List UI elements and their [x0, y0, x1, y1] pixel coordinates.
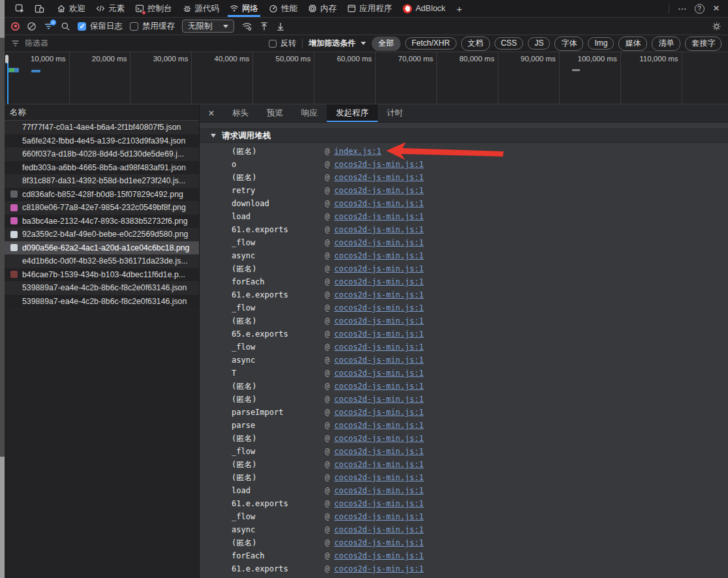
request-row[interactable]: b46cae7b-1539-434b-b103-4dbec11f6d1e.p..… [5, 268, 199, 282]
stack-source-link[interactable]: cocos2d-js-min.js:1 [334, 238, 423, 247]
stack-source-link[interactable]: cocos2d-js-min.js:1 [334, 538, 423, 547]
call-stack-section-header[interactable]: 请求调用堆栈 [200, 129, 728, 143]
at-symbol: @ [325, 525, 329, 534]
stack-source-link[interactable]: cocos2d-js-min.js:1 [334, 499, 423, 508]
pill-文档[interactable]: 文档 [461, 37, 490, 51]
stack-source-link[interactable]: cocos2d-js-min.js:1 [334, 421, 423, 430]
detail-tab-发起程序[interactable]: 发起程序 [327, 104, 378, 122]
pill-清单[interactable]: 清单 [652, 37, 680, 51]
tab-application[interactable]: 应用程序 [342, 0, 397, 17]
stack-source-link[interactable]: cocos2d-js-min.js:1 [334, 277, 423, 286]
stack-source-link[interactable]: cocos2d-js-min.js:1 [334, 408, 423, 417]
request-row[interactable]: ba3bc4ae-2132-44c7-893c-8383b52732f6.png [5, 215, 199, 228]
request-row[interactable]: 8f31c887-da31-4392-b58d-bd1ee273f240.js.… [5, 174, 199, 188]
more-tools-button[interactable]: + [451, 3, 468, 14]
tab-console[interactable]: 控制台 [130, 0, 177, 17]
stack-source-link[interactable]: cocos2d-js-min.js:1 [334, 525, 423, 534]
stack-source-link[interactable]: cocos2d-js-min.js:1 [334, 551, 423, 560]
clear-network-log-icon[interactable] [27, 22, 37, 31]
tab-elements[interactable]: 元素 [91, 0, 130, 17]
disable-cache-checkbox[interactable]: 禁用缓存 [130, 21, 175, 32]
stack-source-link[interactable]: cocos2d-js-min.js:1 [334, 512, 423, 521]
stack-source-link[interactable]: cocos2d-js-min.js:1 [334, 434, 423, 443]
stack-source-link[interactable]: cocos2d-js-min.js:1 [334, 342, 423, 352]
request-row[interactable]: 77f77f47-c0a1-4ae4-b6a4-2f1bf40807f5.jso… [5, 121, 199, 134]
stack-source-link[interactable]: cocos2d-js-min.js:1 [334, 369, 423, 378]
stack-source-link[interactable]: cocos2d-js-min.js:1 [334, 460, 423, 469]
detail-tab-标头[interactable]: 标头 [223, 104, 258, 122]
pill-JS[interactable]: JS [528, 37, 550, 50]
tab-sources[interactable]: 源代码 [177, 0, 225, 17]
request-row[interactable]: cd836afc-b852-428f-b0d8-15f07829c492.png [5, 188, 199, 202]
request-row[interactable]: fedb303a-a6bb-4665-8b5a-ad98f483af91.jso… [5, 161, 199, 175]
pill-Img[interactable]: Img [588, 37, 614, 50]
stack-source-link[interactable]: cocos2d-js-min.js:1 [334, 356, 423, 365]
stack-source-link[interactable]: cocos2d-js-min.js:1 [334, 329, 423, 339]
stack-source-link[interactable]: cocos2d-js-min.js:1 [334, 186, 423, 195]
request-row[interactable]: e4d1b6dc-0d0f-4b32-8e55-b36171da23de.js.… [5, 254, 199, 268]
device-toolbar-icon[interactable] [31, 1, 48, 16]
pill-Fetch/XHR[interactable]: Fetch/XHR [405, 37, 457, 50]
record-network-log-button[interactable] [11, 22, 20, 31]
help-icon[interactable]: ? [691, 1, 707, 16]
request-row[interactable]: 92a359c2-b4af-49e0-bebe-e0c22569d580.png [5, 228, 199, 241]
stack-source-link[interactable]: cocos2d-js-min.js:1 [334, 486, 423, 495]
stack-source-link[interactable]: cocos2d-js-min.js:1 [334, 316, 423, 326]
customize-menu-icon[interactable]: ⋯ [675, 1, 690, 16]
stack-source-link[interactable]: cocos2d-js-min.js:1 [334, 395, 423, 404]
search-icon[interactable] [61, 22, 70, 31]
stack-source-link[interactable]: cocos2d-js-min.js:1 [334, 225, 423, 234]
request-row[interactable]: 5a6fe242-fbbd-4e45-a139-c2103d9fa394.jso… [5, 134, 199, 148]
stack-source-link[interactable]: cocos2d-js-min.js:1 [334, 564, 423, 573]
pill-全部[interactable]: 全部 [372, 37, 401, 51]
close-detail-icon[interactable]: × [200, 104, 223, 122]
request-row[interactable]: 660f037a-d18b-4028-8d4d-5d130de5de69.j..… [5, 147, 199, 161]
request-row[interactable]: c8180e06-77a8-42e7-9854-232c0549bf8f.png [5, 201, 199, 215]
pill-CSS[interactable]: CSS [494, 37, 524, 50]
stack-source-link[interactable]: cocos2d-js-min.js:1 [334, 447, 423, 456]
network-settings-gear-icon[interactable] [712, 22, 721, 31]
filter-input[interactable]: 筛选器 [11, 38, 263, 49]
pill-媒体[interactable]: 媒体 [618, 37, 647, 51]
at-symbol: @ [325, 538, 329, 547]
stack-source-link[interactable]: cocos2d-js-min.js:1 [334, 303, 423, 312]
throttling-select[interactable]: 无限制 [182, 20, 234, 33]
detail-tab-响应[interactable]: 响应 [292, 104, 327, 122]
tab-performance[interactable]: 性能 [264, 0, 303, 17]
tab-welcome[interactable]: 欢迎 [52, 0, 91, 17]
stack-source-link[interactable]: cocos2d-js-min.js:1 [334, 212, 423, 221]
preserve-log-checkbox[interactable]: 保留日志 [78, 21, 123, 32]
close-devtools-icon[interactable]: × [708, 1, 724, 16]
detail-tab-预览[interactable]: 预览 [258, 104, 292, 122]
request-name: 539889a7-ea4e-4c2b-8b6c-f8c2e0f63146.jso… [22, 297, 187, 306]
pill-字体[interactable]: 字体 [554, 37, 583, 51]
stack-source-link[interactable]: cocos2d-js-min.js:1 [334, 251, 423, 260]
invert-filter-checkbox[interactable]: 反转 [269, 38, 296, 49]
request-row[interactable]: d090a56e-62a2-4ac1-a20d-a1ce04c6bc18.png [5, 241, 199, 255]
more-filters-dropdown[interactable]: 增加筛选条件 [309, 38, 366, 49]
tab-adblock[interactable]: AdBlock [397, 0, 451, 17]
import-har-icon[interactable] [260, 22, 269, 31]
filter-toggle-icon[interactable]: × [44, 22, 53, 31]
stack-source-link[interactable]: index.js:1 [334, 147, 381, 156]
request-row[interactable]: 539889a7-ea4e-4c2b-8b6c-f8c2e0f63146.jso… [5, 295, 199, 309]
pill-套接字[interactable]: 套接字 [685, 37, 721, 51]
network-overview-timeline[interactable]: 10,000 ms20,000 ms30,000 ms40,000 ms50,0… [5, 52, 728, 104]
tab-memory[interactable]: 内存 [303, 0, 342, 17]
request-row[interactable]: 539889a7-ea4e-4c2b-8b6c-f8c2e0f63146.jso… [5, 281, 199, 295]
stack-source-link[interactable]: cocos2d-js-min.js:1 [334, 382, 423, 391]
detail-tab-计时[interactable]: 计时 [378, 104, 412, 122]
stack-source-link[interactable]: cocos2d-js-min.js:1 [334, 473, 423, 482]
network-conditions-icon[interactable] [241, 22, 252, 31]
name-column-header[interactable]: 名称 [5, 104, 199, 121]
stack-source-link[interactable]: cocos2d-js-min.js:1 [334, 264, 423, 273]
checkbox-unchecked-icon [269, 40, 277, 48]
overview-drag-handle[interactable] [5, 55, 8, 63]
stack-source-link[interactable]: cocos2d-js-min.js:1 [334, 160, 423, 169]
inspect-element-icon[interactable] [11, 1, 28, 16]
stack-source-link[interactable]: cocos2d-js-min.js:1 [334, 199, 423, 208]
export-har-icon[interactable] [276, 22, 285, 31]
stack-source-link[interactable]: cocos2d-js-min.js:1 [334, 173, 423, 182]
stack-source-link[interactable]: cocos2d-js-min.js:1 [334, 290, 423, 299]
tab-network[interactable]: 网络 [224, 0, 264, 17]
